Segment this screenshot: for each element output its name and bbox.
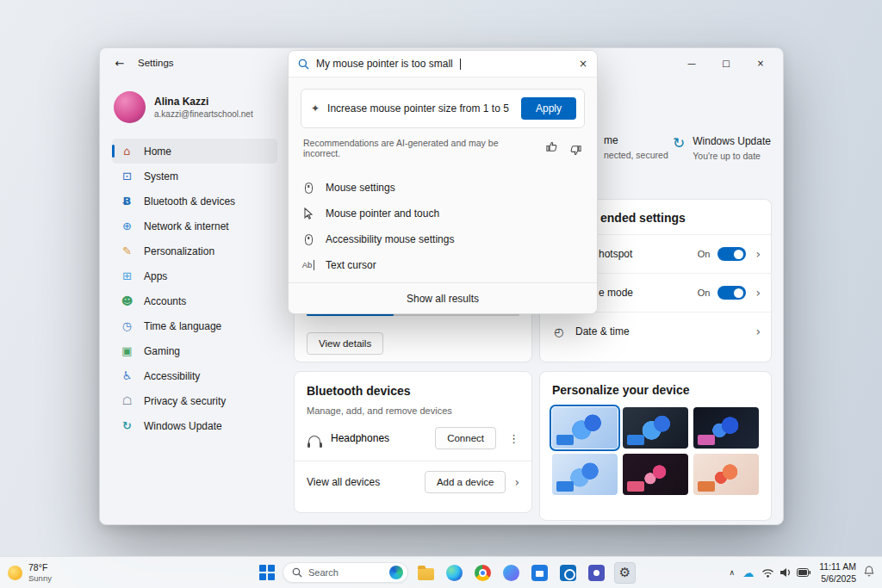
network-name-fragment: me [604, 134, 668, 146]
sidebar-item-network-internet[interactable]: ⊕ Network & internet [112, 214, 277, 238]
show-all-results[interactable]: Show all results [289, 282, 597, 313]
sidebar-item-label: Network & internet [144, 220, 229, 232]
sidebar-item-windows-update[interactable]: ↻ Windows Update [112, 413, 277, 438]
thumbs-down-button[interactable] [569, 140, 582, 157]
file-explorer-button[interactable] [415, 562, 437, 584]
sidebar-item-label: Bluetooth & devices [144, 195, 235, 207]
teams-icon [588, 565, 605, 581]
search-result-text-cursor[interactable]: Ab Text cursor [289, 252, 597, 278]
wallpaper-thumb[interactable] [693, 407, 759, 449]
wallpaper-preview-window [556, 435, 574, 445]
date-time-row[interactable]: ◴ Date & time › [540, 312, 771, 350]
quick-settings[interactable] [761, 567, 811, 578]
search-icon [298, 59, 309, 70]
copilot-button[interactable] [500, 562, 522, 584]
sidebar-item-label: Windows Update [144, 420, 222, 432]
clock[interactable]: 11:11 AM 5/6/2025 [819, 560, 856, 585]
close-button[interactable]: × [743, 50, 778, 76]
sidebar-item-accounts[interactable]: ☻ Accounts [112, 288, 277, 313]
sidebar-item-accessibility[interactable]: ♿ Accessibility [112, 363, 277, 388]
bluetooth-card-heading: Bluetooth devices [307, 384, 519, 398]
edge-button[interactable] [444, 562, 465, 584]
settings-search-input[interactable]: My mouse pointer is too small × [289, 51, 597, 77]
sidebar-item-label: Accounts [144, 295, 186, 307]
settings-window: ← Settings — □ × Alina Kazzi a.kazzi@fin… [99, 47, 784, 525]
notifications-button[interactable] [864, 565, 874, 580]
connect-button[interactable]: Connect [435, 427, 496, 449]
outlook-icon [560, 565, 576, 581]
outlook-button[interactable] [557, 562, 579, 584]
window-title: Settings [138, 58, 174, 68]
back-button[interactable]: ← [107, 52, 133, 74]
mouse-icon [305, 183, 313, 194]
text-caret [460, 59, 461, 70]
wallpaper-thumb-selected[interactable] [552, 407, 618, 449]
start-logo-quadrant [268, 573, 275, 580]
view-details-button[interactable]: View details [307, 332, 383, 355]
sidebar-item-label: Accessibility [144, 370, 200, 382]
date-time-label: Date & time [575, 325, 630, 337]
sidebar-item-personalization[interactable]: ✎ Personalization [112, 238, 277, 263]
hotspot-state: On [698, 249, 711, 259]
sidebar-item-home[interactable]: ⌂ Home [112, 139, 277, 164]
maximize-button[interactable]: □ [709, 50, 743, 76]
taskbar-search-box[interactable]: Search [283, 562, 408, 583]
teams-button[interactable] [586, 562, 607, 584]
wallpaper-thumb[interactable] [623, 454, 688, 495]
sidebar-item-label: Privacy & security [144, 395, 226, 407]
sidebar-item-system[interactable]: ⊡ System [112, 164, 277, 189]
start-button[interactable] [259, 565, 276, 581]
windows-update-status: You're up to date [693, 151, 771, 161]
minimize-button[interactable]: — [674, 50, 709, 76]
store-button[interactable] [529, 562, 550, 584]
apply-button[interactable]: Apply [521, 97, 576, 120]
search-result-mouse-settings[interactable]: Mouse settings [289, 175, 597, 201]
sidebar-item-bluetooth-devices[interactable]: Ƀ Bluetooth & devices [112, 189, 277, 214]
settings-app-button[interactable]: ⚙ [614, 562, 636, 584]
airplane-mode-state: On [698, 288, 711, 298]
airplane-mode-toggle[interactable] [717, 286, 746, 300]
personalize-heading: Personalize your device [552, 383, 759, 397]
thumbs-up-button[interactable] [545, 140, 558, 157]
bluetooth-devices-card: Bluetooth devices Manage, add, and remov… [294, 371, 532, 513]
wifi-icon [761, 568, 774, 578]
sidebar-item-privacy-security[interactable]: ☖ Privacy & security [112, 388, 277, 413]
sun-icon [8, 566, 22, 580]
search-result-accessibility-mouse[interactable]: Accessibility mouse settings [289, 226, 597, 252]
sidebar-item-apps[interactable]: ⊞ Apps [112, 263, 277, 288]
toggle-knob [734, 250, 743, 259]
gaming-icon: ▣ [121, 345, 134, 356]
sidebar-item-time-language[interactable]: ◷ Time & language [112, 313, 277, 338]
clear-search-button[interactable]: × [579, 58, 587, 70]
chrome-icon [475, 565, 491, 581]
search-result-mouse-pointer-touch[interactable]: Mouse pointer and touch [289, 201, 597, 226]
wallpaper-thumb[interactable] [552, 454, 618, 495]
chrome-button[interactable] [472, 562, 494, 584]
weather-condition: Sunny [28, 573, 52, 583]
tray-overflow-button[interactable]: ∧ [730, 568, 736, 577]
onedrive-button[interactable]: ☁ [742, 565, 754, 580]
add-device-button[interactable]: Add a device [425, 471, 506, 493]
weather-widget[interactable]: 78°F Sunny [8, 557, 52, 588]
sidebar-item-gaming[interactable]: ▣ Gaming [112, 338, 277, 363]
chevron-right-icon: › [755, 248, 761, 260]
hotspot-label-fragment: hotspot [599, 248, 632, 260]
bluetooth-card-subtitle: Manage, add, and remove devices [307, 405, 519, 416]
volume-icon [780, 567, 792, 578]
account-profile[interactable]: Alina Kazzi a.kazzi@fineartschool.net [114, 91, 277, 123]
wallpaper-thumb[interactable] [623, 407, 688, 449]
bell-icon [864, 566, 874, 577]
wallpaper-thumb[interactable] [693, 454, 759, 495]
more-options-icon[interactable]: ⋮ [508, 432, 519, 445]
network-status-tile[interactable]: me nected, secured [604, 134, 668, 160]
hotspot-toggle[interactable] [717, 247, 746, 261]
weather-temp: 78°F [28, 562, 52, 573]
search-result-label: Mouse settings [326, 182, 395, 194]
mouse-icon [305, 234, 313, 245]
ai-disclaimer-text: Recommendations are AI-generated and may… [303, 138, 534, 158]
accounts-icon: ☻ [121, 295, 134, 306]
bluetooth-icon: Ƀ [121, 195, 134, 207]
view-all-devices-link[interactable]: View all devices [307, 476, 380, 488]
windows-update-tile[interactable]: ↻ Windows Update You're up to date [673, 135, 771, 161]
taskbar-center: Search ⚙ [259, 557, 636, 588]
